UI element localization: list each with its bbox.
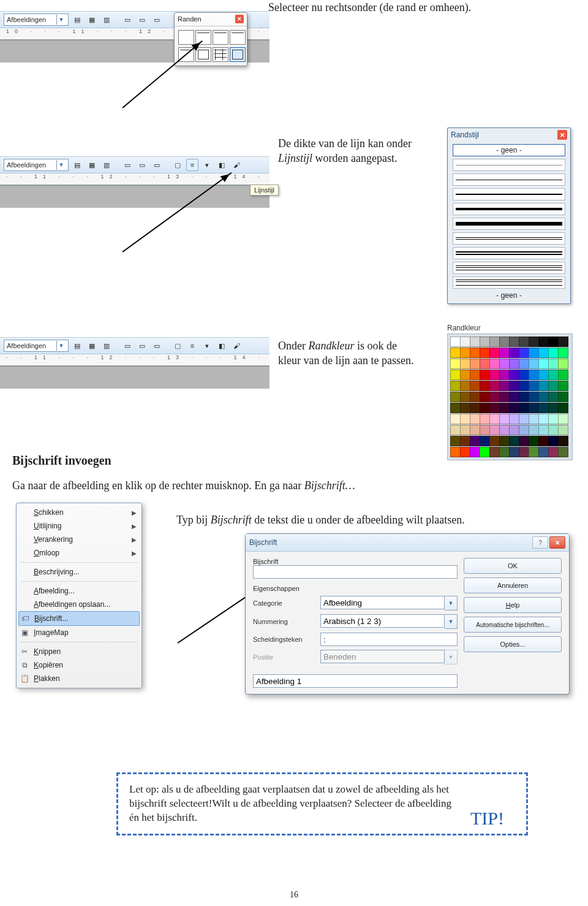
- help-window-button[interactable]: ?: [532, 536, 548, 549]
- color-swatch[interactable]: [480, 348, 490, 358]
- tb-icon[interactable]: ▦: [86, 340, 98, 352]
- cancel-button[interactable]: Annuleren: [464, 577, 562, 593]
- randkleur-panel[interactable]: Randkleur: [447, 324, 573, 460]
- menu-item[interactable]: 📋Plakken: [17, 672, 141, 685]
- color-swatch[interactable]: [480, 392, 490, 402]
- randstijl-none-top[interactable]: - geen -: [496, 146, 521, 154]
- menu-item[interactable]: Omloop▶: [17, 546, 141, 560]
- color-swatch[interactable]: [538, 403, 549, 413]
- close-window-button[interactable]: ✕: [549, 536, 565, 549]
- menu-item[interactable]: 🏷Bijschrift...: [18, 611, 140, 626]
- color-swatch[interactable]: [509, 436, 519, 446]
- color-swatch[interactable]: [519, 348, 529, 358]
- color-swatch[interactable]: [519, 392, 529, 402]
- bijschrift-input[interactable]: [253, 565, 458, 579]
- color-swatch[interactable]: [450, 337, 461, 347]
- color-swatch[interactable]: [470, 370, 480, 380]
- color-swatch[interactable]: [489, 348, 500, 358]
- color-swatch[interactable]: [538, 359, 549, 369]
- color-swatch[interactable]: [450, 436, 461, 446]
- tb-icon[interactable]: ▦: [86, 159, 98, 171]
- color-swatch[interactable]: [519, 403, 529, 413]
- color-swatch[interactable]: [499, 381, 510, 391]
- color-icon[interactable]: 🖌: [230, 340, 243, 352]
- categorie-combo[interactable]: [320, 596, 445, 609]
- color-swatch[interactable]: [499, 447, 510, 457]
- color-swatch[interactable]: [450, 381, 461, 391]
- color-swatch[interactable]: [548, 414, 559, 424]
- border-bottom[interactable]: [213, 30, 228, 45]
- tb-icon[interactable]: ▭: [136, 340, 148, 352]
- tb-icon[interactable]: ▾: [201, 159, 213, 171]
- color-swatch[interactable]: [558, 436, 568, 446]
- tb-icon[interactable]: ▭: [151, 159, 163, 171]
- color-swatch[interactable]: [519, 425, 529, 435]
- color-swatch[interactable]: [538, 370, 549, 380]
- color-swatch[interactable]: [499, 392, 510, 402]
- color-swatch[interactable]: [489, 425, 500, 435]
- color-swatch[interactable]: [450, 447, 461, 457]
- color-swatch[interactable]: [548, 337, 559, 347]
- color-swatch[interactable]: [489, 447, 500, 457]
- line-1[interactable]: [453, 173, 565, 186]
- color-swatch[interactable]: [558, 370, 568, 380]
- color-swatch[interactable]: [470, 414, 480, 424]
- color-icon[interactable]: 🖌: [230, 159, 243, 171]
- color-swatch[interactable]: [460, 359, 470, 369]
- color-swatch[interactable]: [480, 436, 490, 446]
- color-swatch[interactable]: [529, 381, 539, 391]
- color-swatch[interactable]: [480, 447, 490, 457]
- style-combo[interactable]: Afbeeldingen ▼: [4, 340, 69, 352]
- color-swatch[interactable]: [519, 337, 529, 347]
- tb-icon[interactable]: ▢: [172, 159, 184, 171]
- color-swatch[interactable]: [470, 359, 480, 369]
- color-swatch[interactable]: [509, 370, 519, 380]
- line-style-button[interactable]: ≡: [186, 159, 198, 171]
- color-swatch[interactable]: [558, 403, 568, 413]
- align-right-icon[interactable]: ▥: [100, 13, 113, 26]
- menu-item[interactable]: Afbeelding...: [17, 584, 141, 598]
- color-swatch[interactable]: [509, 359, 519, 369]
- color-swatch[interactable]: [460, 436, 470, 446]
- ok-button[interactable]: OK: [464, 558, 562, 574]
- color-swatch[interactable]: [509, 447, 519, 457]
- color-swatch[interactable]: [450, 370, 461, 380]
- color-swatch[interactable]: [489, 370, 500, 380]
- align-center-icon[interactable]: ▦: [86, 13, 98, 26]
- color-swatch[interactable]: [470, 436, 480, 446]
- color-swatch[interactable]: [548, 436, 559, 446]
- line-triple-2[interactable]: [453, 276, 565, 289]
- randstijl-panel[interactable]: Randstijl ✕ - geen - - geen -: [447, 128, 571, 304]
- border-left[interactable]: [230, 30, 246, 45]
- color-swatch[interactable]: [460, 447, 470, 457]
- color-swatch[interactable]: [519, 359, 529, 369]
- help-button[interactable]: Help: [464, 597, 562, 613]
- color-swatch[interactable]: [548, 425, 559, 435]
- color-swatch[interactable]: [499, 359, 510, 369]
- chevron-down-icon[interactable]: ▼: [445, 614, 458, 629]
- style-combo[interactable]: Afbeeldingen ▼: [4, 159, 69, 171]
- color-swatch[interactable]: [548, 348, 559, 358]
- color-swatch[interactable]: [450, 403, 461, 413]
- color-swatch[interactable]: [548, 403, 559, 413]
- line-triple-1[interactable]: [453, 262, 565, 274]
- color-swatch[interactable]: [509, 381, 519, 391]
- line-0.5[interactable]: [453, 159, 565, 171]
- color-swatch[interactable]: [470, 425, 480, 435]
- preview-field[interactable]: [253, 674, 458, 688]
- color-swatch[interactable]: [499, 337, 510, 347]
- wrap-icon-2[interactable]: ▭: [136, 13, 148, 26]
- tb-icon[interactable]: ▭: [136, 159, 148, 171]
- color-swatch[interactable]: [529, 359, 539, 369]
- color-swatch[interactable]: [460, 403, 470, 413]
- tb-icon[interactable]: ▤: [71, 159, 83, 171]
- menu-item[interactable]: Beschrijving...: [17, 565, 141, 579]
- color-swatch[interactable]: [450, 348, 461, 358]
- tb-icon[interactable]: ▥: [100, 159, 113, 171]
- color-swatch[interactable]: [558, 359, 568, 369]
- tb-icon[interactable]: ▭: [121, 340, 134, 352]
- scheiding-input[interactable]: [320, 633, 458, 646]
- color-swatch[interactable]: [529, 447, 539, 457]
- color-swatch[interactable]: [529, 348, 539, 358]
- color-swatch[interactable]: [460, 425, 470, 435]
